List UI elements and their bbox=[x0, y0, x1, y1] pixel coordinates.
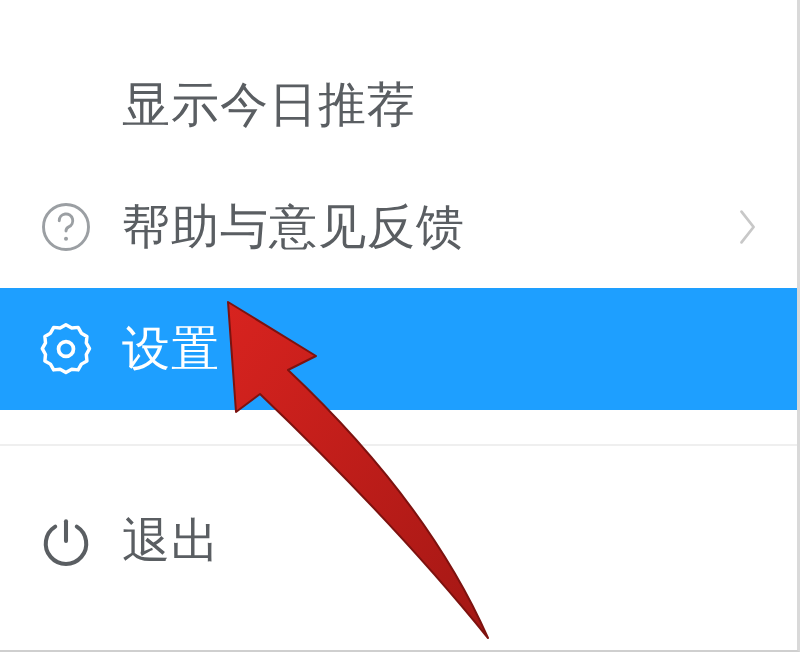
spacer bbox=[0, 602, 797, 626]
svg-point-2 bbox=[59, 342, 74, 357]
svg-point-0 bbox=[44, 205, 89, 250]
chevron-right-icon bbox=[727, 207, 767, 247]
menu-item-label: 退出 bbox=[122, 509, 767, 573]
menu-panel: 显示今日推荐 帮助与意见反馈 设置 bbox=[0, 0, 800, 652]
blank-icon bbox=[34, 73, 98, 137]
spacer bbox=[0, 446, 797, 480]
menu-item-label: 帮助与意见反馈 bbox=[122, 195, 727, 259]
menu-item-help-feedback[interactable]: 帮助与意见反馈 bbox=[0, 166, 797, 288]
menu-item-today-recommend[interactable]: 显示今日推荐 bbox=[0, 44, 797, 166]
menu-item-exit[interactable]: 退出 bbox=[0, 480, 797, 602]
menu-item-label: 设置 bbox=[122, 317, 767, 381]
menu-item-settings[interactable]: 设置 bbox=[0, 288, 797, 410]
menu-item-label: 显示今日推荐 bbox=[122, 73, 767, 137]
svg-point-1 bbox=[64, 237, 68, 241]
question-circle-icon bbox=[34, 195, 98, 259]
power-icon bbox=[34, 509, 98, 573]
gear-icon bbox=[34, 317, 98, 381]
spacer bbox=[0, 410, 797, 444]
spacer bbox=[0, 0, 797, 44]
